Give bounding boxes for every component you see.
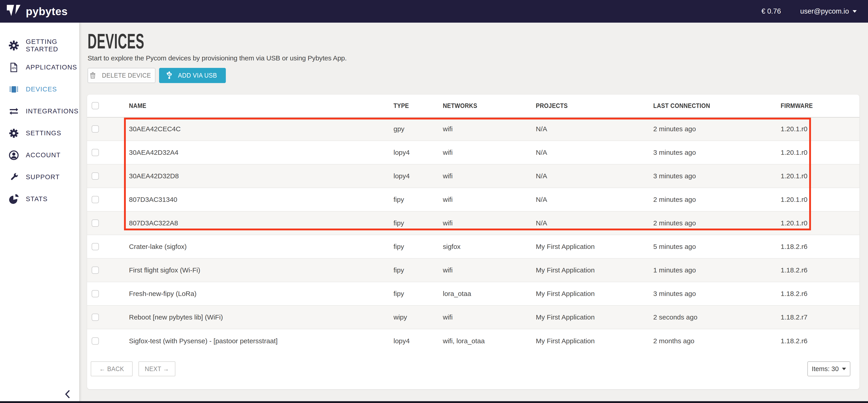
device-row[interactable]: 807D3AC322A8fipywifiN/A2 minutes ago1.20… — [87, 211, 859, 235]
device-row[interactable]: Crater-lake (sigfox)fipysigfoxMy First A… — [87, 235, 859, 258]
device-row[interactable]: 30AEA42CEC4CgpywifiN/A2 minutes ago1.20.… — [87, 117, 859, 141]
cell-firmware: 1.18.2.r6 — [781, 329, 859, 352]
sidebar-collapse-button[interactable] — [63, 389, 72, 399]
cell-type: fipy — [394, 235, 443, 258]
cell-type: gpy — [394, 117, 443, 141]
row-checkbox[interactable] — [92, 173, 99, 180]
sidebar-item-label: DEVICES — [26, 86, 57, 93]
chip-icon — [9, 84, 19, 95]
sidebar-item-support[interactable]: SUPPORT — [0, 166, 79, 188]
cell-networks: wifi — [443, 164, 536, 188]
user-menu[interactable]: user@pycom.io — [800, 7, 857, 16]
devices-table-card: NAME TYPE NETWORKS PROJECTS LAST CONNECT… — [87, 95, 859, 389]
cell-firmware: 1.20.1.r0 — [781, 164, 859, 188]
device-row[interactable]: Fresh-new-fipy (LoRa)fipylora_otaaMy Fir… — [87, 282, 859, 306]
column-header-projects: PROJECTS — [536, 95, 653, 117]
sidebar-item-stats[interactable]: STATS — [0, 188, 79, 210]
row-checkbox[interactable] — [92, 243, 99, 250]
pybytes-logo[interactable]: pybytes — [0, 5, 68, 18]
sidebar-item-label: STATS — [26, 195, 48, 203]
cell-networks: wifi — [443, 306, 536, 329]
cell-type: fipy — [394, 188, 443, 211]
row-checkbox[interactable] — [92, 149, 99, 156]
cell-projects: My First Application — [536, 329, 653, 352]
cell-name: 30AEA42CEC4C — [129, 117, 394, 141]
cell-projects: My First Application — [536, 235, 653, 258]
cell-name: 30AEA42D32D8 — [129, 164, 394, 188]
account-balance: € 0.76 — [762, 7, 781, 16]
device-row[interactable]: 30AEA42D32A4lopy4wifiN/A3 minutes ago1.2… — [87, 141, 859, 164]
add-via-usb-button[interactable]: ADD VIA USB — [159, 68, 226, 83]
items-per-page-dropdown[interactable]: Items: 30 — [807, 361, 850, 376]
cell-type: fipy — [394, 282, 443, 306]
cell-type: fipy — [394, 211, 443, 235]
row-checkbox[interactable] — [92, 290, 99, 297]
sidebar-item-label: GETTING STARTED — [26, 38, 79, 53]
sidebar-item-account[interactable]: ACCOUNT — [0, 144, 79, 166]
next-button[interactable]: NEXT → — [138, 361, 175, 376]
cell-name: First flight sigfox (Wi-Fi) — [129, 258, 394, 282]
cell-networks: wifi — [443, 141, 536, 164]
toolbar: DELETE DEVICE ADD VIA USB — [88, 68, 226, 83]
cell-firmware: 1.18.2.r7 — [781, 306, 859, 329]
cell-firmware: 1.20.1.r0 — [781, 188, 859, 211]
cell-last_connection: 2 minutes ago — [653, 188, 781, 211]
cell-projects: N/A — [536, 211, 653, 235]
cell-name: 807D3AC322A8 — [129, 211, 394, 235]
cell-projects: N/A — [536, 164, 653, 188]
cell-projects: My First Application — [536, 258, 653, 282]
row-checkbox[interactable] — [92, 267, 99, 274]
column-header-name: NAME — [129, 95, 394, 117]
cell-type: lopy4 — [394, 164, 443, 188]
device-row[interactable]: Sigfox-test (with Pysense) - [pastoor pe… — [87, 329, 859, 352]
row-checkbox[interactable] — [92, 196, 99, 203]
chevron-down-icon — [842, 368, 846, 370]
cell-type: lopy4 — [394, 329, 443, 352]
back-button[interactable]: ← BACK — [91, 361, 133, 376]
pybytes-logo-icon — [7, 5, 22, 18]
arrows-swap-icon — [9, 106, 19, 117]
wrench-icon — [9, 172, 19, 182]
column-header-firmware: FIRMWARE — [781, 95, 859, 117]
row-checkbox[interactable] — [92, 337, 99, 345]
cell-firmware: 1.20.1.r0 — [781, 211, 859, 235]
code-document-icon: </> — [9, 62, 19, 73]
row-checkbox[interactable] — [92, 314, 99, 321]
user-icon — [9, 150, 19, 160]
sidebar-item-integrations[interactable]: INTEGRATIONS — [0, 100, 79, 122]
sidebar-item-devices[interactable]: DEVICES — [0, 78, 79, 100]
logo-text: pybytes — [26, 5, 68, 18]
cell-last_connection: 3 minutes ago — [653, 141, 781, 164]
device-row[interactable]: First flight sigfox (Wi-Fi)fipywifiMy Fi… — [87, 258, 859, 282]
cell-projects: My First Application — [536, 282, 653, 306]
sidebar-item-label: SUPPORT — [26, 173, 60, 181]
cell-projects: N/A — [536, 141, 653, 164]
sidebar-item-getting-started[interactable]: GETTING STARTED — [0, 34, 79, 56]
cell-last_connection: 1 minutes ago — [653, 258, 781, 282]
cell-networks: wifi, lora_otaa — [443, 329, 536, 352]
pie-chart-icon — [9, 194, 19, 204]
cell-networks: sigfox — [443, 235, 536, 258]
cell-name: Sigfox-test (with Pysense) - [pastoor pe… — [129, 329, 394, 352]
cell-name: Reboot [new pybytes lib] (WiFi) — [129, 306, 394, 329]
next-label: NEXT → — [145, 365, 169, 373]
row-checkbox[interactable] — [92, 125, 99, 133]
select-all-checkbox[interactable] — [92, 102, 99, 109]
device-row[interactable]: Reboot [new pybytes lib] (WiFi)wipywifiM… — [87, 306, 859, 329]
cell-firmware: 1.20.1.r0 — [781, 141, 859, 164]
gear-icon — [9, 128, 19, 138]
cell-type: wipy — [394, 306, 443, 329]
row-checkbox[interactable] — [92, 219, 99, 227]
device-row[interactable]: 30AEA42D32D8lopy4wifiN/A3 minutes ago1.2… — [87, 164, 859, 188]
delete-device-button[interactable]: DELETE DEVICE — [88, 68, 155, 83]
sidebar-item-settings[interactable]: SETTINGS — [0, 122, 79, 144]
column-header-last-connection: LAST CONNECTION — [653, 95, 781, 117]
sidebar-item-label: SETTINGS — [26, 129, 61, 137]
items-per-page-label: Items: 30 — [812, 365, 839, 373]
cell-name: Crater-lake (sigfox) — [129, 235, 394, 258]
page-description: Start to explore the Pycom devices by pr… — [88, 54, 347, 62]
device-row[interactable]: 807D3AC31340fipywifiN/A2 minutes ago1.20… — [87, 188, 859, 211]
cell-firmware: 1.18.2.r6 — [781, 282, 859, 306]
sidebar-item-applications[interactable]: </> APPLICATIONS — [0, 56, 79, 78]
sidebar-item-label: INTEGRATIONS — [26, 107, 79, 115]
